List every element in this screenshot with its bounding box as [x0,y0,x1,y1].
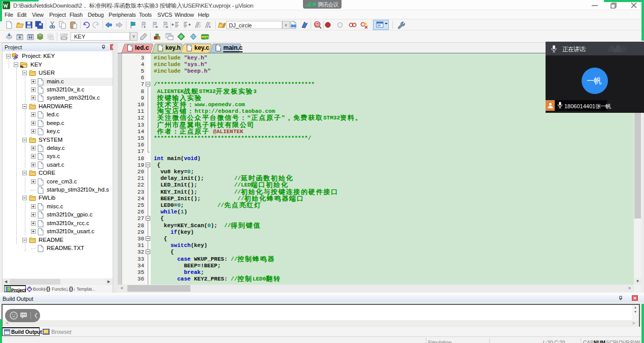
svg-text:LOAD: LOAD [60,33,68,36]
svg-text:@: @ [315,22,320,27]
svg-text:V: V [6,6,8,9]
